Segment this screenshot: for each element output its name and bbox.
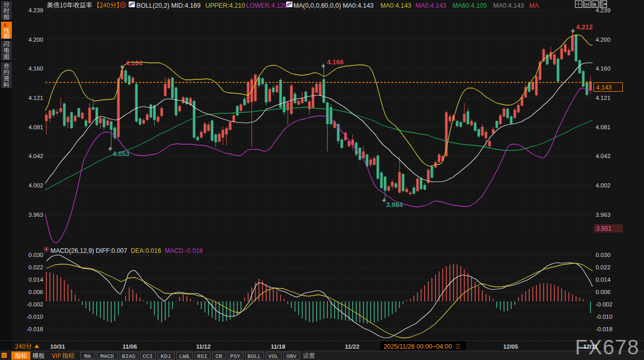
svg-text:4.239: 4.239 (28, 7, 43, 13)
svg-text:BIAS: BIAS (122, 353, 136, 359)
svg-text:0.014: 0.014 (596, 277, 611, 283)
svg-text:4.053: 4.053 (113, 150, 130, 158)
svg-text:VOL: VOL (268, 353, 279, 359)
svg-text:-0.010: -0.010 (26, 314, 43, 320)
svg-text:KDJ: KDJ (161, 353, 171, 359)
svg-text:4.166: 4.166 (327, 58, 344, 66)
svg-text:0.014: 0.014 (28, 277, 43, 283)
svg-text:3.984: 3.984 (386, 201, 403, 209)
svg-text:0.030: 0.030 (28, 252, 43, 258)
svg-text:11/22: 11/22 (345, 344, 359, 350)
svg-text:MA: MA (529, 2, 539, 9)
svg-text:0.030: 0.030 (596, 252, 611, 258)
svg-text:4.239: 4.239 (596, 7, 611, 13)
svg-text:BOLL: BOLL (248, 353, 261, 359)
svg-text:11/18: 11/18 (271, 344, 286, 350)
svg-text:LW&: LW& (179, 353, 189, 359)
svg-text:-0.010: -0.010 (596, 314, 613, 320)
svg-text:-0.018: -0.018 (26, 326, 43, 332)
svg-text:BOLL(20,2) MID:4.169: BOLL(20,2) MID:4.169 (136, 2, 201, 9)
svg-text:4.002: 4.002 (28, 182, 43, 188)
svg-text:0.022: 0.022 (596, 264, 611, 270)
svg-text:4.121: 4.121 (28, 95, 43, 101)
svg-text:0.006: 0.006 (596, 289, 611, 295)
svg-text:MA(0,0,0,60,0,0) MA0:4.143: MA(0,0,0,60,0,0) MA0:4.143 (293, 2, 374, 9)
svg-text:MA0:4.143: MA0:4.143 (380, 2, 411, 9)
svg-text:3.963: 3.963 (28, 212, 43, 218)
svg-text:4.042: 4.042 (28, 153, 43, 159)
svg-text:MACD:-0.018: MACD:-0.018 (165, 247, 203, 254)
svg-text:-0.002: -0.002 (26, 301, 43, 307)
svg-text:4.212: 4.212 (576, 23, 593, 31)
svg-text:4.160: 4.160 (596, 65, 611, 72)
svg-text:11/12: 11/12 (196, 344, 211, 350)
svg-text:4.143: 4.143 (596, 84, 612, 91)
svg-text:CR: CR (215, 353, 222, 359)
svg-text:4.160: 4.160 (28, 65, 43, 72)
svg-text:MA60:4.105: MA60:4.105 (452, 2, 487, 9)
svg-text:-0.002: -0.002 (596, 301, 613, 307)
svg-text:12/11: 12/11 (583, 344, 598, 350)
svg-text:MACD: MACD (100, 353, 114, 359)
svg-text:11/06: 11/06 (123, 344, 137, 350)
svg-text:4.200: 4.200 (28, 37, 43, 43)
svg-text:4.081: 4.081 (596, 124, 611, 130)
svg-text:4.121: 4.121 (596, 95, 611, 101)
svg-text:0.006: 0.006 (28, 289, 43, 295)
svg-text:4.164: 4.164 (126, 59, 143, 67)
svg-text:UPPER:4.210: UPPER:4.210 (205, 2, 245, 9)
svg-text:10/31: 10/31 (50, 344, 65, 350)
svg-text:2025/11/26 00:00~04:00: 2025/11/26 00:00~04:00 (384, 343, 452, 350)
svg-text:RSI: RSI (197, 353, 207, 359)
svg-text:4.002: 4.002 (596, 182, 611, 188)
svg-text:4.081: 4.081 (28, 124, 43, 130)
svg-text:LOWER:4.128: LOWER:4.128 (246, 2, 287, 9)
svg-text:0.022: 0.022 (28, 264, 43, 270)
svg-text:4.042: 4.042 (596, 153, 611, 159)
svg-text:CCI: CCI (143, 353, 153, 359)
svg-text:MA0:4.143: MA0:4.143 (493, 2, 524, 9)
svg-text:-0.018: -0.018 (596, 326, 613, 332)
svg-text:MACD(26,12,9) DIFF:0.007: MACD(26,12,9) DIFF:0.007 (50, 247, 127, 254)
svg-text:PSY: PSY (230, 353, 240, 359)
svg-text:MA0:4.143: MA0:4.143 (415, 2, 446, 9)
svg-text:3.963: 3.963 (596, 212, 611, 218)
svg-text:3.951: 3.951 (596, 225, 612, 232)
svg-text:DEA:0.016: DEA:0.016 (131, 247, 161, 254)
svg-text:OBV: OBV (286, 353, 297, 359)
svg-text:4.200: 4.200 (596, 37, 611, 43)
svg-text:MA: MA (84, 353, 91, 359)
svg-text:12/05: 12/05 (503, 344, 518, 350)
